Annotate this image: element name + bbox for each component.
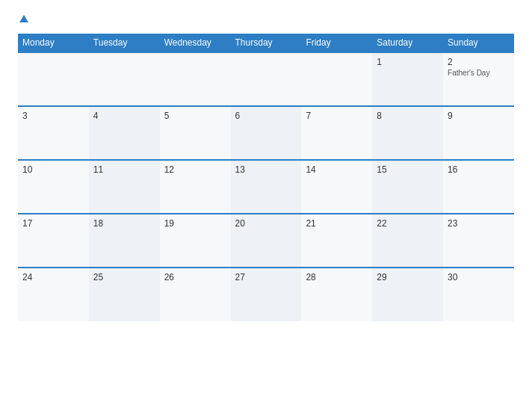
week-row-3: 10111213141516 xyxy=(18,160,514,214)
weekday-tuesday: Tuesday xyxy=(89,34,160,52)
day-cell: 18 xyxy=(89,214,160,268)
day-cell: 23 xyxy=(443,214,514,268)
day-number: 4 xyxy=(93,111,155,121)
day-number: 3 xyxy=(22,111,84,121)
day-cell xyxy=(89,52,160,106)
day-number: 17 xyxy=(22,218,84,229)
day-cell: 1 xyxy=(372,52,443,106)
day-number: 1 xyxy=(377,57,439,67)
weekday-thursday: Thursday xyxy=(231,34,302,52)
weekday-friday: Friday xyxy=(301,34,372,52)
day-number: 6 xyxy=(235,111,297,121)
day-cell: 11 xyxy=(89,160,160,214)
day-cell: 22 xyxy=(372,214,443,268)
day-cell: 19 xyxy=(160,214,231,268)
day-cell: 16 xyxy=(443,160,514,214)
weekday-wednesday: Wednesday xyxy=(160,34,231,52)
day-cell: 12 xyxy=(160,160,231,214)
day-number: 23 xyxy=(448,218,510,229)
week-row-1: 12Father's Day xyxy=(18,52,514,106)
day-cell: 21 xyxy=(301,214,372,268)
day-cell: 6 xyxy=(231,106,302,160)
day-number: 27 xyxy=(235,272,297,282)
calendar-container: MondayTuesdayWednesdayThursdayFridaySatu… xyxy=(0,0,532,411)
day-cell: 30 xyxy=(443,268,514,321)
day-cell xyxy=(18,52,89,106)
day-cell: 3 xyxy=(18,106,89,160)
day-event: Father's Day xyxy=(448,69,510,77)
day-cell xyxy=(301,52,372,106)
day-cell: 29 xyxy=(372,268,443,321)
day-cell: 9 xyxy=(443,106,514,160)
day-number: 29 xyxy=(377,272,439,282)
day-number: 30 xyxy=(448,272,510,282)
day-number: 11 xyxy=(93,164,155,175)
week-row-4: 17181920212223 xyxy=(18,214,514,268)
weekday-monday: Monday xyxy=(18,34,89,52)
day-number: 24 xyxy=(22,272,84,282)
day-cell: 28 xyxy=(301,268,372,321)
day-number: 26 xyxy=(164,272,226,282)
day-number: 15 xyxy=(377,164,439,175)
day-cell: 15 xyxy=(372,160,443,214)
day-cell: 7 xyxy=(301,106,372,160)
day-number: 21 xyxy=(306,218,368,229)
week-row-5: 24252627282930 xyxy=(18,268,514,321)
day-cell: 20 xyxy=(231,214,302,268)
day-cell: 26 xyxy=(160,268,231,321)
day-cell: 13 xyxy=(231,160,302,214)
day-number: 2 xyxy=(448,57,510,67)
day-number: 12 xyxy=(164,164,226,175)
day-cell: 17 xyxy=(18,214,89,268)
weekday-sunday: Sunday xyxy=(443,34,514,52)
logo xyxy=(18,15,28,23)
day-cell: 27 xyxy=(231,268,302,321)
day-number: 8 xyxy=(377,111,439,121)
day-cell: 4 xyxy=(89,106,160,160)
day-number: 10 xyxy=(22,164,84,175)
day-cell: 5 xyxy=(160,106,231,160)
day-cell: 25 xyxy=(89,268,160,321)
day-number: 9 xyxy=(448,111,510,121)
day-cell: 8 xyxy=(372,106,443,160)
day-number: 28 xyxy=(306,272,368,282)
day-cell xyxy=(160,52,231,106)
week-row-2: 3456789 xyxy=(18,106,514,160)
day-number: 25 xyxy=(93,272,155,282)
day-cell xyxy=(231,52,302,106)
weekday-saturday: Saturday xyxy=(372,34,443,52)
day-number: 22 xyxy=(377,218,439,229)
day-cell: 24 xyxy=(18,268,89,321)
logo-triangle-icon xyxy=(19,15,28,22)
day-cell: 10 xyxy=(18,160,89,214)
weekday-header-row: MondayTuesdayWednesdayThursdayFridaySatu… xyxy=(18,34,514,52)
day-number: 7 xyxy=(306,111,368,121)
day-number: 18 xyxy=(93,218,155,229)
day-number: 5 xyxy=(164,111,226,121)
day-cell: 14 xyxy=(301,160,372,214)
calendar-header xyxy=(18,15,514,23)
calendar-grid: MondayTuesdayWednesdayThursdayFridaySatu… xyxy=(18,34,514,321)
day-number: 13 xyxy=(235,164,297,175)
day-number: 14 xyxy=(306,164,368,175)
day-number: 20 xyxy=(235,218,297,229)
day-number: 19 xyxy=(164,218,226,229)
day-number: 16 xyxy=(448,164,510,175)
day-cell: 2Father's Day xyxy=(443,52,514,106)
